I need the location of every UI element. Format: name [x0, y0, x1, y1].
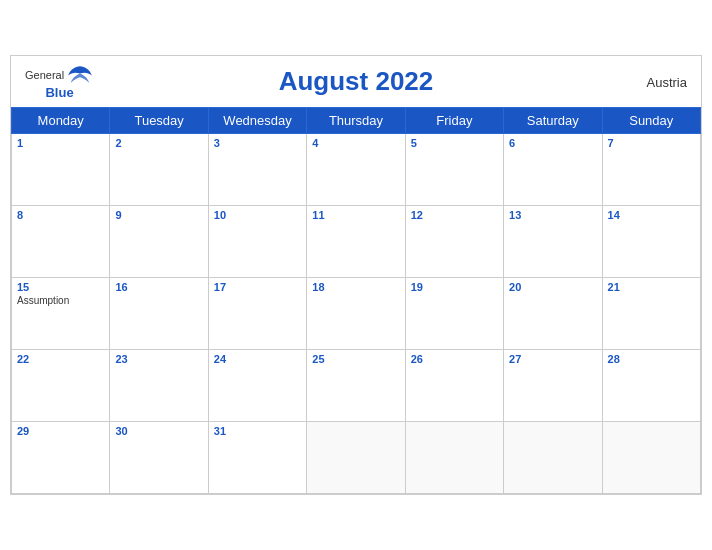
day-number: 28	[608, 353, 695, 365]
calendar-day-cell: 14	[602, 206, 700, 278]
day-number: 18	[312, 281, 399, 293]
day-number: 23	[115, 353, 202, 365]
calendar-day-cell: 9	[110, 206, 208, 278]
day-number: 3	[214, 137, 301, 149]
day-number: 1	[17, 137, 104, 149]
calendar-day-cell: 23	[110, 350, 208, 422]
day-number: 13	[509, 209, 596, 221]
calendar-day-cell: 30	[110, 422, 208, 494]
day-number: 16	[115, 281, 202, 293]
calendar-day-cell: 3	[208, 134, 306, 206]
logo: General Blue	[25, 64, 94, 99]
day-number: 27	[509, 353, 596, 365]
day-number: 11	[312, 209, 399, 221]
calendar-day-cell: 17	[208, 278, 306, 350]
calendar-container: General Blue August 2022 Austria Monday …	[10, 55, 702, 495]
calendar-day-cell	[504, 422, 602, 494]
day-number: 15	[17, 281, 104, 293]
calendar-day-cell: 12	[405, 206, 503, 278]
calendar-day-cell: 7	[602, 134, 700, 206]
calendar-day-cell	[405, 422, 503, 494]
calendar-day-cell: 22	[12, 350, 110, 422]
calendar-day-cell: 25	[307, 350, 405, 422]
calendar-header: General Blue August 2022 Austria	[11, 56, 701, 107]
week-row-3: 15Assumption161718192021	[12, 278, 701, 350]
calendar-day-cell: 19	[405, 278, 503, 350]
calendar-day-cell: 10	[208, 206, 306, 278]
calendar-day-cell: 24	[208, 350, 306, 422]
calendar-day-cell: 5	[405, 134, 503, 206]
day-number: 30	[115, 425, 202, 437]
calendar-day-cell: 6	[504, 134, 602, 206]
day-number: 4	[312, 137, 399, 149]
day-number: 6	[509, 137, 596, 149]
calendar-day-cell: 13	[504, 206, 602, 278]
day-number: 19	[411, 281, 498, 293]
week-row-2: 891011121314	[12, 206, 701, 278]
week-row-5: 293031	[12, 422, 701, 494]
calendar-day-cell	[602, 422, 700, 494]
calendar-day-cell: 28	[602, 350, 700, 422]
day-number: 14	[608, 209, 695, 221]
header-thursday: Thursday	[307, 108, 405, 134]
day-number: 31	[214, 425, 301, 437]
logo-bird-icon	[66, 64, 94, 84]
calendar-day-cell: 20	[504, 278, 602, 350]
calendar-day-cell: 2	[110, 134, 208, 206]
header-monday: Monday	[12, 108, 110, 134]
calendar-day-cell: 8	[12, 206, 110, 278]
header-saturday: Saturday	[504, 108, 602, 134]
calendar-day-cell	[307, 422, 405, 494]
calendar-day-cell: 11	[307, 206, 405, 278]
calendar-day-cell: 31	[208, 422, 306, 494]
calendar-title: August 2022	[279, 66, 434, 97]
logo-blue: Blue	[45, 84, 73, 99]
header-friday: Friday	[405, 108, 503, 134]
calendar-day-cell: 16	[110, 278, 208, 350]
event-label: Assumption	[17, 295, 104, 306]
day-number: 17	[214, 281, 301, 293]
weekday-header-row: Monday Tuesday Wednesday Thursday Friday…	[12, 108, 701, 134]
week-row-1: 1234567	[12, 134, 701, 206]
calendar-day-cell: 29	[12, 422, 110, 494]
header-sunday: Sunday	[602, 108, 700, 134]
calendar-day-cell: 27	[504, 350, 602, 422]
logo-general: General	[25, 68, 64, 80]
calendar-day-cell: 1	[12, 134, 110, 206]
header-wednesday: Wednesday	[208, 108, 306, 134]
day-number: 10	[214, 209, 301, 221]
calendar-day-cell: 4	[307, 134, 405, 206]
calendar-day-cell: 18	[307, 278, 405, 350]
day-number: 20	[509, 281, 596, 293]
calendar-day-cell: 26	[405, 350, 503, 422]
day-number: 25	[312, 353, 399, 365]
day-number: 8	[17, 209, 104, 221]
calendar-grid: Monday Tuesday Wednesday Thursday Friday…	[11, 107, 701, 494]
day-number: 12	[411, 209, 498, 221]
day-number: 22	[17, 353, 104, 365]
day-number: 2	[115, 137, 202, 149]
country-label: Austria	[647, 74, 687, 89]
day-number: 26	[411, 353, 498, 365]
day-number: 24	[214, 353, 301, 365]
day-number: 5	[411, 137, 498, 149]
day-number: 29	[17, 425, 104, 437]
header-tuesday: Tuesday	[110, 108, 208, 134]
day-number: 21	[608, 281, 695, 293]
day-number: 7	[608, 137, 695, 149]
calendar-day-cell: 15Assumption	[12, 278, 110, 350]
calendar-day-cell: 21	[602, 278, 700, 350]
day-number: 9	[115, 209, 202, 221]
week-row-4: 22232425262728	[12, 350, 701, 422]
